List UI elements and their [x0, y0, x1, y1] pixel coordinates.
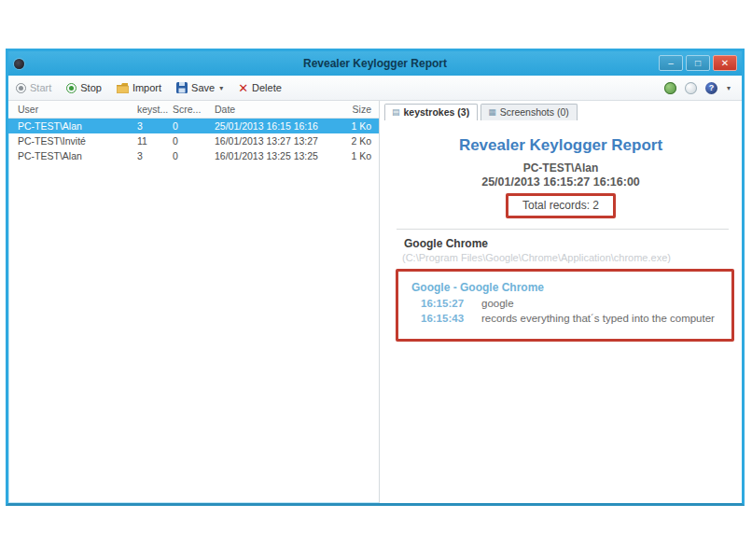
toolbar-right-icons: ? ▾: [664, 82, 731, 94]
table-row[interactable]: PC-TEST\Alan 3 0 16/01/2013 13:25 13:25 …: [8, 148, 379, 163]
report-datetime: 25/01/2013 16:15:27 16:16:00: [380, 175, 742, 189]
cell-date: 16/01/2013 13:25 13:25: [215, 150, 330, 161]
total-records-annotation: Total records: 2: [506, 193, 616, 218]
entry-text: google: [481, 298, 514, 309]
stop-icon: [66, 83, 77, 93]
import-button[interactable]: Import: [117, 82, 161, 93]
report-title: Revealer Keylogger Report: [380, 136, 742, 155]
cell-date: 25/01/2013 16:15 16:16: [215, 120, 330, 132]
close-button[interactable]: ✕: [713, 55, 737, 71]
website-globe-icon[interactable]: [664, 82, 676, 94]
keystrokes-icon: ▤: [392, 107, 400, 117]
cell-keystrokes: 3: [137, 120, 173, 132]
report-content: Revealer Keylogger Report PC-TEST\Alan 2…: [380, 136, 742, 342]
entry-timestamp: 16:15:27: [421, 298, 475, 309]
settings-icon[interactable]: [685, 82, 697, 94]
window-title: Revealer Keylogger Report: [8, 57, 742, 70]
table-header: User keyst... Scre... Date Size: [8, 101, 379, 119]
section-divider: [397, 229, 729, 230]
cell-screenshots: 0: [173, 135, 215, 147]
sessions-panel: User keyst... Scre... Date Size PC-TEST\…: [8, 101, 380, 503]
keystroke-entry: 16:15:27 google: [411, 298, 726, 309]
tab-screenshots-label: Screenshots (0): [500, 106, 569, 118]
tab-bar: ▤ keystrokes (3) ▦ Screenshots (0): [380, 101, 742, 120]
tab-screenshots[interactable]: ▦ Screenshots (0): [480, 104, 578, 120]
col-size[interactable]: Size: [330, 104, 371, 115]
stop-button[interactable]: Stop: [66, 82, 102, 93]
entry-text: records everything that´s typed into the…: [481, 313, 715, 324]
help-dropdown-caret[interactable]: ▾: [727, 84, 731, 92]
entry-timestamp: 16:15:43: [421, 313, 475, 324]
table-row[interactable]: PC-TEST\Alan 3 0 25/01/2013 16:15 16:16 …: [8, 119, 379, 133]
save-dropdown-caret[interactable]: ▾: [219, 84, 223, 92]
screenshots-icon: ▦: [488, 107, 496, 117]
window-controls: – □ ✕: [659, 55, 737, 71]
main-area: User keyst... Scre... Date Size PC-TEST\…: [8, 101, 742, 503]
cell-keystrokes: 11: [137, 135, 173, 147]
import-folder-icon: [117, 83, 129, 93]
maximize-button[interactable]: □: [686, 55, 710, 71]
help-icon[interactable]: ?: [705, 82, 717, 94]
import-label: Import: [132, 82, 161, 93]
delete-icon: ✕: [238, 83, 248, 93]
col-date[interactable]: Date: [215, 104, 330, 115]
cell-date: 16/01/2013 13:27 13:27: [215, 135, 330, 147]
start-button[interactable]: Start: [16, 82, 51, 93]
report-panel: ▤ keystrokes (3) ▦ Screenshots (0) Revea…: [380, 101, 742, 503]
col-keystrokes[interactable]: keyst...: [137, 104, 173, 115]
cell-user: PC-TEST\Alan: [18, 120, 137, 132]
save-label: Save: [191, 82, 215, 93]
delete-label: Delete: [252, 82, 282, 93]
cell-size: 2 Ko: [330, 135, 371, 147]
cell-screenshots: 0: [173, 150, 215, 161]
table-row[interactable]: PC-TEST\Invité 11 0 16/01/2013 13:27 13:…: [8, 133, 379, 148]
cell-user: PC-TEST\Alan: [18, 150, 137, 161]
application-path: (C:\Program Files\Google\Chrome\Applicat…: [402, 252, 742, 263]
keystroke-entry: 16:15:43 records everything that´s typed…: [411, 313, 726, 324]
title-bar: Revealer Keylogger Report – □ ✕: [8, 51, 742, 76]
start-icon: [16, 83, 26, 93]
tab-keystrokes[interactable]: ▤ keystrokes (3): [384, 104, 478, 120]
app-window: Revealer Keylogger Report – □ ✕ Start St…: [6, 49, 745, 506]
keystrokes-annotation-box: Google - Google Chrome 16:15:27 google 1…: [396, 269, 734, 342]
session-window-title: Google - Google Chrome: [411, 281, 726, 294]
col-user[interactable]: User: [18, 104, 137, 115]
cell-user: PC-TEST\Invité: [18, 135, 137, 147]
application-name: Google Chrome: [404, 237, 742, 250]
cell-size: 1 Ko: [330, 120, 371, 132]
report-user: PC-TEST\Alan: [380, 161, 742, 175]
save-floppy-icon: [176, 82, 188, 93]
toolbar: Start Stop Import Save ▾ ✕ Delete: [8, 76, 742, 101]
cell-size: 1 Ko: [330, 150, 371, 161]
stop-label: Stop: [80, 82, 102, 93]
delete-button[interactable]: ✕ Delete: [238, 82, 282, 93]
cell-keystrokes: 3: [137, 150, 173, 161]
tab-keystrokes-label: keystrokes (3): [404, 106, 470, 118]
start-label: Start: [30, 82, 51, 93]
cell-screenshots: 0: [173, 120, 215, 132]
minimize-button[interactable]: –: [659, 55, 683, 71]
col-screenshots[interactable]: Scre...: [173, 104, 215, 115]
save-button[interactable]: Save ▾: [176, 82, 223, 93]
